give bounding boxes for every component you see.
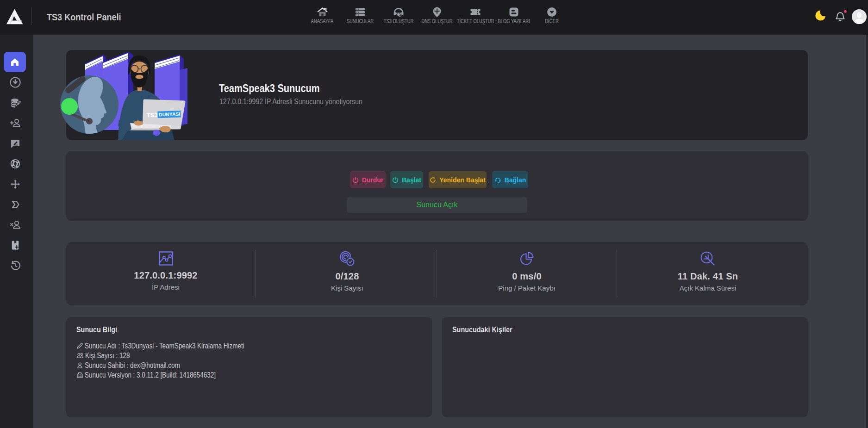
svg-text:TS3: TS3: [147, 112, 158, 119]
svg-text:DUNYASI: DUNYASI: [159, 111, 181, 118]
